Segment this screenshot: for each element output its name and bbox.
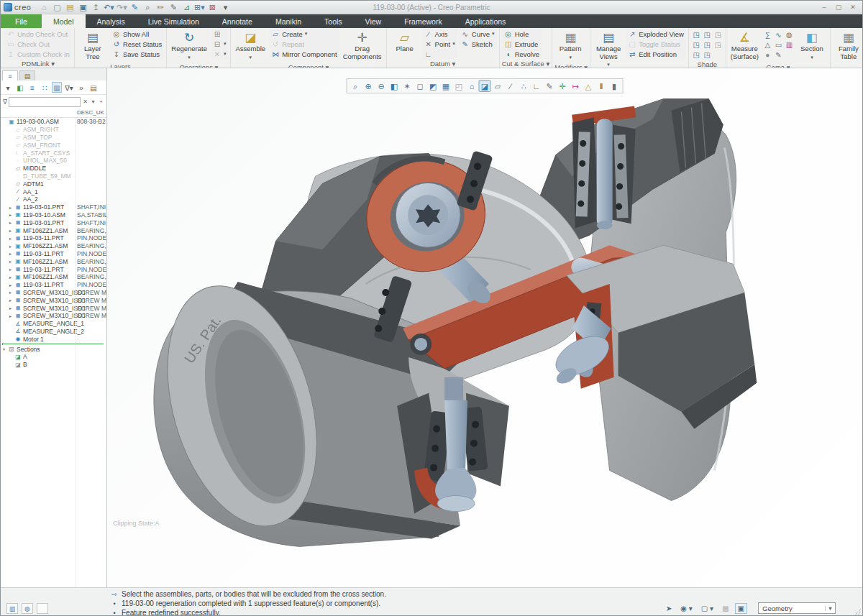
assemble-button[interactable]: ◪Assemble▾ <box>233 29 268 63</box>
ribbon-group-label-gema[interactable]: Gema ▾ <box>729 63 828 68</box>
mass-properties-icon[interactable]: ∑ <box>762 29 773 40</box>
zoom-out-icon[interactable]: ⊖ <box>375 80 388 92</box>
tree-node-119-03-10-asm[interactable]: ▸▣119-03-10.ASMSA,STABILI <box>1 211 106 219</box>
search-dropdown-icon[interactable]: ▾ <box>90 98 96 105</box>
saved-orientations-icon[interactable]: ◰ <box>453 80 465 92</box>
revolve-button[interactable]: ◖Revolve <box>502 49 542 59</box>
graph-icon[interactable]: ⊿ <box>181 2 192 13</box>
expander-icon[interactable]: ▸ <box>9 267 14 272</box>
tree-node-measure-angle-1[interactable]: ∡MEASURE_ANGLE_1 <box>1 320 106 328</box>
expander-icon[interactable]: ▸ <box>9 259 14 264</box>
redo-icon[interactable]: ↷▾ <box>116 2 127 13</box>
blank-toggle-icon[interactable] <box>37 603 48 614</box>
search-clear-icon[interactable]: ✕ <box>82 98 88 105</box>
shadow-analysis-icon[interactable]: ◍ <box>784 29 795 40</box>
browser-toggle-icon[interactable]: ◍ <box>22 603 33 614</box>
tree-node-screw-m3x10-iso14[interactable]: ▸◼SCREW_M3X10_ISO14SCREW M <box>1 312 106 320</box>
tab-tools[interactable]: Tools <box>313 14 354 28</box>
viewport-3d-model[interactable]: US. Pat. <box>107 68 862 587</box>
exploded-view-button[interactable]: ↗Exploded View <box>626 29 686 39</box>
tree-node-aa-2[interactable]: ∕AA_2 <box>1 196 106 203</box>
layer-tree-button[interactable]: ▤LayerTree <box>77 29 109 62</box>
tree-node-motor-1[interactable]: ◉Motor 1 <box>1 335 106 343</box>
tab-view[interactable]: View <box>354 14 393 28</box>
display-style-icon[interactable]: ◻ <box>414 80 426 92</box>
windows-icon[interactable]: ⊞▾ <box>193 2 205 13</box>
appearances-icon[interactable]: ▥ <box>784 40 795 50</box>
snapshot-icon[interactable]: ▩ <box>719 603 731 614</box>
expander-icon[interactable]: ▸ <box>9 228 14 233</box>
drag-handle-display-icon[interactable]: ↦ <box>570 80 582 92</box>
refit-icon[interactable]: ◧ <box>388 80 401 92</box>
no-hidden-line-icon[interactable]: ◳ <box>713 29 723 40</box>
model-tree-search-input[interactable] <box>9 97 81 107</box>
expander-icon[interactable]: ▸ <box>9 305 14 311</box>
expander-icon[interactable]: ▸ <box>9 290 14 295</box>
ribbon-group-label-shade[interactable]: Shade <box>691 60 723 68</box>
render-scene-icon[interactable]: ● <box>762 50 773 60</box>
ribbon-group-label-pdmlink[interactable]: PDMLink ▾ <box>4 59 72 68</box>
tree-node-mf106zz1-asm[interactable]: ▸▣MF106ZZ1.ASMBEARING,I <box>1 273 106 281</box>
search-add-icon[interactable]: + <box>98 98 104 105</box>
ribbon-group-label-operations[interactable]: Operations ▾ <box>169 63 228 68</box>
fly-through-icon[interactable]: ➤ <box>663 603 675 614</box>
select-box-icon[interactable]: ▢ ▾ <box>698 603 716 614</box>
edit-position-button[interactable]: ⇄Edit Position <box>626 49 686 59</box>
ribbon-group-label-modifiers[interactable]: Modifiers ▾ <box>554 63 588 68</box>
axis-button[interactable]: ∕Axis <box>422 29 457 39</box>
ribbon-group-label-layers[interactable]: Layers <box>77 62 164 68</box>
find-binoculars-icon[interactable]: ◉ ▾ <box>677 603 695 614</box>
tree-node-uhol-max-50[interactable]: ◌UHOL_MAX_50 <box>1 157 106 165</box>
resize-grip[interactable] <box>854 609 861 616</box>
maximize-button[interactable]: ▢ <box>832 2 845 12</box>
tree-settings-icon[interactable]: ▤ <box>88 82 99 93</box>
manage-views-button[interactable]: ▤ManageViews▾ <box>593 29 624 68</box>
copy-icon-button[interactable]: ⊞ <box>211 29 229 39</box>
ribbon-group-label-datum[interactable]: Datum ▾ <box>389 59 497 68</box>
tree-node-d-tube-59-mm[interactable]: ◌D_TUBE_59_MM <box>1 173 106 180</box>
undo-icon[interactable]: ↶▾ <box>103 2 114 13</box>
regenerate-button[interactable]: ↻Regenerate▾ <box>169 29 209 63</box>
model-tree-toggle-icon[interactable]: ▥ <box>6 603 18 614</box>
selection-filter-dropdown-icon[interactable]: ▼ <box>825 606 835 611</box>
datum-plane-display-icon[interactable]: ▱ <box>492 80 504 92</box>
extrude-button[interactable]: ◫Extrude <box>502 39 542 49</box>
shading-with-reflections-icon[interactable]: ◳ <box>713 40 723 50</box>
hidden-line-icon[interactable]: ◳ <box>691 40 702 50</box>
tree-node-screw-m3x10-iso14[interactable]: ▸◼SCREW_M3X10_ISO14SCREW M <box>1 296 106 304</box>
tree-node-119-03-00-asm[interactable]: ▣119-03-00.ASM808-38-B2 <box>1 118 106 126</box>
collapse-arrow-icon[interactable]: ▾ <box>3 82 13 93</box>
shaded-view-icon[interactable]: ◩ <box>427 80 439 92</box>
tree-node-119-03-11-prt[interactable]: ▸◼119-03-11.PRTPIN,NODE <box>1 250 106 258</box>
edit-definition-icon[interactable]: ✎ <box>168 2 179 13</box>
tab-model[interactable]: Model <box>42 14 86 28</box>
reset-status-button[interactable]: ↺Reset Status <box>110 39 164 49</box>
save-icon[interactable]: ▣ <box>77 2 88 13</box>
tree-filters-icon[interactable]: ∇▾ <box>64 82 74 93</box>
open-file-icon[interactable]: ▤ <box>64 2 76 13</box>
expand-levels-icon[interactable]: ≡ <box>27 82 37 93</box>
expander-icon[interactable]: ▸ <box>9 275 14 280</box>
home-icon[interactable]: ⌂ <box>38 2 50 13</box>
ribbon-group-label-cut-surface[interactable]: Cut & Surface ▾ <box>502 59 550 68</box>
annotation-display-icon[interactable]: ✎ <box>544 80 556 92</box>
tree-node-mf106zz1-asm[interactable]: ▸▣MF106ZZ1.ASMBEARING,I <box>1 226 106 234</box>
expander-icon[interactable]: ▸ <box>9 220 14 225</box>
tab-annotate[interactable]: Annotate <box>211 14 264 28</box>
tree-node-mf106zz1-asm[interactable]: ▸▣MF106ZZ1.ASMBEARING,I <box>1 242 106 250</box>
expander-icon[interactable]: ▸ <box>9 282 14 288</box>
tree-node-middle[interactable]: ▱MIDDLE <box>1 165 106 173</box>
shading-with-edges-icon[interactable]: ◳ <box>691 29 702 40</box>
family-table-button[interactable]: ▦FamilyTable <box>833 29 862 62</box>
clearance-analysis-icon[interactable]: △ <box>762 40 773 50</box>
paste-icon-button[interactable]: ⊟▾ <box>211 39 229 49</box>
point-button[interactable]: ✕Point▾ <box>422 39 457 49</box>
tab-analysis[interactable]: Analysis <box>86 14 137 28</box>
tree-node-mf106zz1-asm[interactable]: ▸▣MF106ZZ1.ASMBEARING,I <box>1 257 106 265</box>
repaint-icon[interactable]: ✶ <box>401 80 414 92</box>
tree-node-119-03-11-prt[interactable]: ▸◼119-03-11.PRTPIN,NODE <box>1 234 106 242</box>
expander-icon[interactable]: ▸ <box>9 313 14 318</box>
selection-filter-select[interactable]: Geometry ▼ <box>758 602 836 614</box>
redefine-icon[interactable]: ✏ <box>155 2 166 13</box>
zoom-in-icon[interactable]: ⊕ <box>362 80 375 92</box>
